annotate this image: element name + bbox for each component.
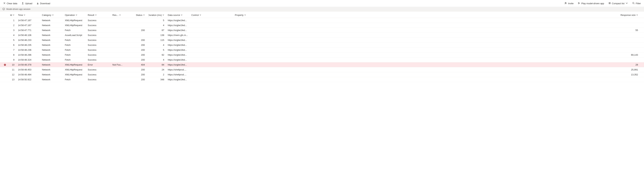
column-header-duration[interactable]: Duration (ms): [148, 14, 168, 16]
column-header-status[interactable]: Status: [127, 14, 148, 16]
table-row[interactable]: 814:58:48.296NetworkFetchSuccess20092htt…: [0, 52, 644, 58]
cell-data_source: https://orgbe1fed...: [168, 54, 191, 56]
cell-category: Network: [42, 48, 65, 51]
cell-operation: XMLHttpRequest: [65, 19, 88, 22]
cell-category: Network: [42, 78, 65, 81]
row-status-icon: [2, 64, 8, 66]
cell-category: Network: [42, 19, 65, 22]
cell-data_source: https://orgbe1fed...: [168, 58, 191, 61]
upload-label: Upload: [25, 2, 32, 5]
column-header-label: Id: [10, 14, 12, 16]
cell-category: Network: [42, 39, 65, 42]
table-row[interactable]: 914:58:48.324NetworkFetchSuccess2004http…: [0, 58, 644, 62]
column-header-label: Category: [42, 14, 51, 16]
clear-data-button[interactable]: Clear data: [2, 2, 18, 6]
play-button[interactable]: Play model-driven app: [577, 2, 605, 6]
chevron-down-icon: [52, 14, 54, 16]
cell-data_source: https://orgbe1fed...: [168, 64, 191, 66]
cell-operation: Fetch: [65, 44, 88, 46]
cell-time: 14:58:50.922: [18, 78, 42, 81]
cell-response_size: 69,143: [250, 54, 642, 56]
cell-category: Network: [42, 44, 65, 46]
cell-category: Network: [42, 68, 65, 71]
cell-operation: XMLHttpRequest: [65, 24, 88, 26]
column-header-result_info[interactable]: Res...: [112, 14, 127, 16]
cell-id: 7: [8, 48, 18, 51]
cell-result: Success: [88, 19, 112, 22]
download-label: Download: [40, 2, 50, 5]
cell-operation: XMLHttpRequest: [65, 73, 88, 76]
cell-duration: 348: [148, 78, 168, 81]
column-header-data_source[interactable]: Data source: [168, 14, 191, 16]
invite-button[interactable]: Invite: [564, 2, 574, 6]
chevron-down-icon: [181, 14, 182, 16]
table-row[interactable]: 114:58:47.167NetworkXMLHttpRequestSucces…: [0, 18, 644, 23]
table-row[interactable]: 614:58:48.235NetworkFetchSuccess2004http…: [0, 43, 644, 48]
column-header-property[interactable]: Property: [214, 14, 250, 16]
cell-category: Network: [42, 73, 65, 76]
table-row[interactable]: 1314:58:50.922NetworkFetchSuccess200348h…: [0, 77, 644, 82]
cell-response_size: 13,352: [250, 73, 642, 76]
cell-operation: Fetch: [65, 29, 88, 32]
table-row[interactable]: 514:58:48.233NetworkFetchSuccess200115ht…: [0, 38, 644, 43]
cell-id: 6: [8, 44, 18, 46]
cell-category: Network: [42, 24, 65, 26]
cell-result: Success: [88, 54, 112, 56]
table-row[interactable]: 1214:58:48.494NetworkXMLHttpRequestSucce…: [0, 72, 644, 77]
cell-response_size: 28: [250, 64, 642, 66]
cell-duration: 4: [148, 58, 168, 61]
column-header-category[interactable]: Category: [42, 14, 65, 16]
cell-status: 200: [127, 78, 148, 81]
table-row[interactable]: 214:58:47.167NetworkXMLHttpRequestSucces…: [0, 23, 644, 28]
cell-status: 200: [127, 68, 148, 71]
chevron-down-icon: [95, 14, 97, 16]
column-header-operation[interactable]: Operation: [65, 14, 88, 16]
svg-point-0: [565, 2, 566, 3]
chevron-down-icon: [143, 14, 145, 16]
cell-time: 14:58:48.236: [18, 48, 42, 51]
filter-icon: [632, 2, 635, 5]
column-header-id[interactable]: Id: [8, 14, 18, 16]
column-header-time[interactable]: Time: [18, 14, 42, 16]
cell-id: 5: [8, 39, 18, 42]
close-icon: [3, 2, 6, 5]
cell-status: 200: [127, 44, 148, 46]
column-header-response_size[interactable]: Response size: [250, 14, 642, 16]
table-row[interactable]: 1114:58:48.453NetworkXMLHttpRequestSucce…: [0, 67, 644, 72]
table-row[interactable]: 1014:58:48.378NetworkXMLHttpRequestError…: [0, 62, 644, 67]
cell-time: 14:58:47.167: [18, 24, 42, 26]
cell-duration: 4: [148, 44, 168, 46]
cell-duration: 5: [148, 48, 168, 51]
cell-time: 14:58:47.771: [18, 29, 42, 32]
upload-icon: [22, 2, 24, 5]
list-icon: [608, 2, 611, 5]
table-row[interactable]: 714:58:48.236NetworkFetchSuccess2005http…: [0, 48, 644, 52]
cell-operation: Fetch: [65, 39, 88, 42]
compact-list-button[interactable]: Compact list: [608, 2, 629, 6]
clear-data-label: Clear data: [7, 2, 17, 5]
column-header-label: Data source: [168, 14, 180, 16]
column-header-label: Res...: [112, 14, 118, 16]
cell-status: 200: [127, 29, 148, 32]
svg-point-1: [632, 2, 634, 4]
column-header-label: Response size: [620, 14, 636, 16]
chevron-down-icon: [24, 14, 25, 16]
table-row[interactable]: 414:58:48.106NetworkAssetLoad.ScriptSucc…: [0, 33, 644, 38]
column-header-label: Time: [18, 14, 23, 16]
filter-button[interactable]: Filter: [632, 2, 642, 6]
upload-button[interactable]: Upload: [21, 2, 33, 6]
cell-result: Success: [88, 73, 112, 76]
cell-status: 200: [127, 58, 148, 61]
cell-result: Error: [88, 64, 112, 66]
toolbar-left-group: Clear data Upload Download: [2, 2, 51, 6]
table-row[interactable]: 314:58:47.771NetworkFetchSuccess20087htt…: [0, 28, 644, 33]
play-label: Play model-driven app: [581, 2, 604, 5]
download-button[interactable]: Download: [36, 2, 51, 6]
column-header-control[interactable]: Control: [191, 14, 214, 16]
cell-response_size: 55: [250, 29, 642, 32]
cell-operation: Fetch: [65, 58, 88, 61]
cell-category: Network: [42, 34, 65, 36]
column-header-result[interactable]: Result: [88, 14, 112, 16]
grid-body: 114:58:47.167NetworkXMLHttpRequestSucces…: [0, 18, 644, 82]
cell-data_source: https://orgbe1fed...: [168, 24, 191, 26]
